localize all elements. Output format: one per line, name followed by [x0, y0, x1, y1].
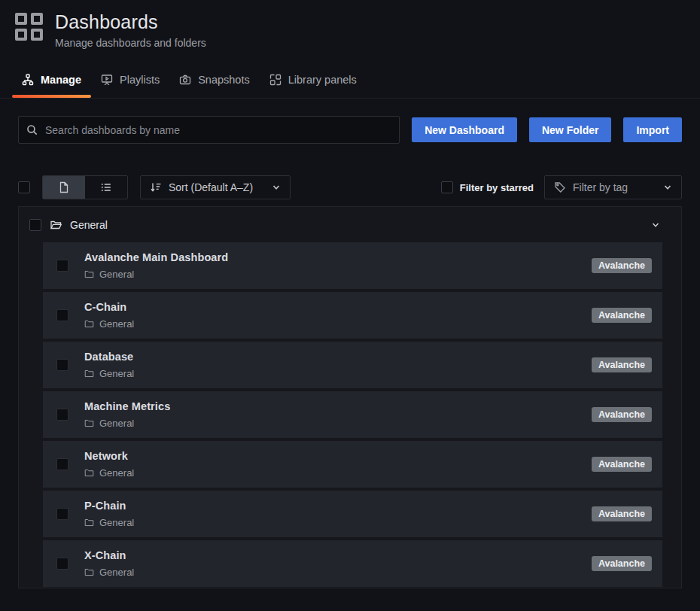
page-subtitle: Manage dashboards and folders	[55, 37, 206, 49]
filter-starred-checkbox[interactable]	[441, 181, 453, 193]
tab-label: Library panels	[288, 74, 357, 86]
dashboard-info: X-Chain General	[84, 549, 134, 578]
tab-label: Playlists	[120, 74, 160, 86]
chevron-down-icon[interactable]	[651, 220, 660, 230]
sort-label: Sort (Default A–Z)	[169, 181, 253, 193]
folder-view-button[interactable]	[43, 176, 85, 199]
dashboard-title[interactable]: Database	[84, 351, 134, 363]
camera-icon	[179, 74, 191, 86]
dashboard-row[interactable]: Avalanche Main Dashboard General Avalanc…	[43, 242, 662, 289]
select-all-checkbox[interactable]	[18, 181, 30, 193]
new-dashboard-button[interactable]: New Dashboard	[412, 117, 517, 142]
dashboard-folder-meta: General	[84, 567, 134, 578]
folder-icon	[84, 468, 94, 478]
dashboard-tag[interactable]: Avalanche	[592, 407, 652, 423]
dashboard-row[interactable]: X-Chain General Avalanche	[43, 540, 662, 587]
dashboard-folder-meta: General	[84, 418, 170, 429]
tab-manage[interactable]: Manage	[12, 71, 91, 98]
folder-icon	[84, 369, 94, 378]
dashboard-row[interactable]: C-Chain General Avalanche	[43, 292, 662, 339]
dashboard-folder-meta: General	[84, 269, 228, 280]
dashboard-info: P-Chain General	[84, 500, 134, 528]
filter-tag-label: Filter by tag	[573, 181, 628, 193]
dashboard-row[interactable]: Database General Avalanche	[43, 342, 662, 388]
dashboard-row[interactable]: Machine Metrics General Avalanche	[43, 391, 662, 438]
tab-label: Snapshots	[198, 74, 250, 86]
tab-snapshots[interactable]: Snapshots	[169, 71, 260, 98]
dashboard-folder-label: General	[99, 567, 134, 578]
chevron-down-icon	[663, 183, 672, 192]
tab-library-panels[interactable]: Library panels	[260, 71, 367, 98]
row-checkbox[interactable]	[56, 260, 68, 272]
dashboard-tag[interactable]: Avalanche	[592, 457, 652, 473]
row-checkbox[interactable]	[56, 458, 68, 470]
folder-icon	[84, 518, 94, 527]
dashboard-folder-meta: General	[84, 318, 134, 330]
dashboard-info: Machine Metrics General	[84, 400, 170, 429]
folder-section-header[interactable]: General	[19, 207, 681, 242]
dashboard-folder-label: General	[99, 318, 134, 330]
dashboard-info: C-Chain General	[84, 301, 134, 330]
page-title: Dashboards	[55, 11, 206, 33]
dashboard-tag[interactable]: Avalanche	[592, 258, 652, 274]
row-checkbox[interactable]	[56, 558, 68, 570]
library-panels-icon	[269, 74, 282, 86]
row-checkbox[interactable]	[56, 409, 68, 421]
sitemap-icon	[22, 74, 34, 86]
tab-playlists[interactable]: Playlists	[91, 71, 169, 98]
dashboard-info: Avalanche Main Dashboard General	[84, 251, 228, 280]
sort-dropdown[interactable]: Sort (Default A–Z)	[140, 175, 291, 199]
dashboard-title[interactable]: C-Chain	[84, 301, 134, 313]
dashboard-tag[interactable]: Avalanche	[592, 357, 652, 373]
dashboard-title[interactable]: Avalanche Main Dashboard	[84, 251, 228, 263]
dashboard-info: Network General	[84, 450, 134, 479]
apps-icon	[15, 13, 43, 41]
dashboard-title[interactable]: X-Chain	[84, 549, 134, 561]
import-button[interactable]: Import	[623, 117, 682, 142]
search-icon	[26, 123, 38, 136]
dashboard-folder-meta: General	[84, 517, 134, 528]
dashboard-folder-meta: General	[84, 467, 134, 479]
search-input[interactable]	[18, 116, 400, 144]
tab-bar: Manage Playlists Snapshots Library panel…	[0, 71, 700, 99]
file-icon	[58, 181, 70, 193]
new-folder-button[interactable]: New Folder	[529, 117, 611, 142]
search-row: New Dashboard New Folder Import	[18, 116, 682, 144]
sort-amount-down-icon	[150, 181, 162, 193]
dashboard-title[interactable]: Network	[84, 450, 134, 462]
presentation-icon	[101, 74, 113, 86]
dashboard-tag[interactable]: Avalanche	[592, 308, 652, 324]
dashboard-folder-label: General	[99, 368, 134, 379]
list-icon	[100, 181, 112, 193]
dashboard-folder-meta: General	[84, 368, 134, 379]
page-header: Dashboards Manage dashboards and folders	[0, 0, 700, 49]
row-checkbox[interactable]	[56, 309, 68, 321]
filter-tag-dropdown[interactable]: Filter by tag	[544, 175, 682, 199]
dashboard-folder-label: General	[99, 467, 134, 479]
folder-checkbox[interactable]	[29, 219, 41, 231]
folder-icon	[84, 567, 94, 577]
filter-starred-label[interactable]: Filter by starred	[460, 182, 534, 193]
folder-icon	[84, 418, 94, 428]
dashboard-row[interactable]: Network General Avalanche	[43, 441, 662, 488]
dashboard-list: Avalanche Main Dashboard General Avalanc…	[19, 242, 681, 587]
folder-icon	[84, 269, 94, 279]
dashboard-title[interactable]: Machine Metrics	[84, 400, 170, 412]
dashboard-folder-label: General	[99, 269, 134, 280]
tab-label: Manage	[41, 74, 81, 86]
folder-name: General	[70, 219, 108, 231]
dashboard-row[interactable]: P-Chain General Avalanche	[43, 491, 662, 537]
toolbar: Sort (Default A–Z) Filter by starred Fil…	[18, 175, 682, 199]
chevron-down-icon	[272, 183, 281, 192]
dashboard-tag[interactable]: Avalanche	[592, 556, 652, 572]
dashboard-folder-label: General	[99, 418, 134, 429]
filter-starred: Filter by starred	[441, 181, 534, 193]
row-checkbox[interactable]	[56, 359, 68, 371]
folder-section: General Avalanche Main Dashboard General…	[18, 206, 682, 588]
dashboard-info: Database General	[84, 351, 134, 379]
dashboard-folder-label: General	[99, 517, 134, 528]
row-checkbox[interactable]	[56, 508, 68, 520]
dashboard-title[interactable]: P-Chain	[84, 500, 134, 512]
list-view-button[interactable]	[85, 176, 127, 199]
dashboard-tag[interactable]: Avalanche	[592, 506, 652, 522]
